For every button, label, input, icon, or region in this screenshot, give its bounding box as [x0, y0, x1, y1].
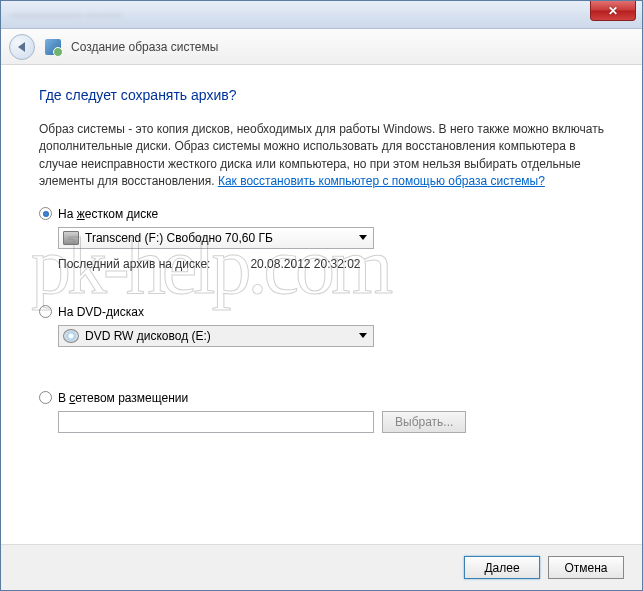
- last-backup-value: 20.08.2012 20:32:02: [250, 257, 360, 271]
- next-button[interactable]: Далее: [464, 556, 540, 579]
- titlebar-text: —————— ———: [11, 8, 122, 22]
- option-hard-disk: На жестком диске Transcend (F:) Свободно…: [39, 207, 604, 271]
- drive-icon: [63, 231, 79, 245]
- radio-row-network[interactable]: В сетевом размещении: [39, 391, 604, 405]
- radio-network[interactable]: [39, 391, 52, 404]
- last-backup-row: Последний архив на диске: 20.08.2012 20:…: [58, 257, 604, 271]
- back-arrow-icon: [18, 42, 25, 52]
- dvd-icon: [63, 329, 79, 343]
- dvd-combo[interactable]: DVD RW дисковод (E:): [58, 325, 374, 347]
- dvd-combo-text: DVD RW дисковод (E:): [85, 329, 359, 343]
- last-backup-label: Последний архив на диске:: [58, 257, 210, 271]
- description-text: Образ системы - это копия дисков, необхо…: [39, 121, 604, 191]
- chevron-down-icon: [359, 333, 367, 338]
- browse-button[interactable]: Выбрать...: [382, 411, 466, 433]
- radio-row-hdd[interactable]: На жестком диске: [39, 207, 604, 221]
- system-image-icon: [45, 39, 61, 55]
- option-dvd: На DVD-дисках DVD RW дисковод (E:): [39, 305, 604, 347]
- network-path-input[interactable]: [58, 411, 374, 433]
- page-heading: Где следует сохранять архив?: [39, 87, 604, 103]
- hdd-combo[interactable]: Transcend (F:) Свободно 70,60 ГБ: [58, 227, 374, 249]
- footer: Далее Отмена: [1, 544, 642, 590]
- radio-hdd[interactable]: [39, 207, 52, 220]
- dialog-window: —————— ——— ✕ Создание образа системы Где…: [0, 0, 643, 591]
- radio-dvd[interactable]: [39, 305, 52, 318]
- wizard-header: Создание образа системы: [1, 29, 642, 65]
- close-button[interactable]: ✕: [590, 1, 636, 21]
- cancel-button[interactable]: Отмена: [548, 556, 624, 579]
- back-button[interactable]: [9, 34, 35, 60]
- network-input-row: Выбрать...: [58, 411, 604, 433]
- wizard-title: Создание образа системы: [71, 40, 218, 54]
- option-network: В сетевом размещении Выбрать...: [39, 391, 604, 433]
- radio-row-dvd[interactable]: На DVD-дисках: [39, 305, 604, 319]
- hdd-combo-text: Transcend (F:) Свободно 70,60 ГБ: [85, 231, 359, 245]
- radio-network-label: В сетевом размещении: [58, 391, 188, 405]
- content-area: Где следует сохранять архив? Образ систе…: [1, 65, 642, 433]
- help-link[interactable]: Как восстановить компьютер с помощью обр…: [218, 174, 545, 188]
- radio-dvd-label: На DVD-дисках: [58, 305, 144, 319]
- chevron-down-icon: [359, 235, 367, 240]
- close-icon: ✕: [608, 4, 618, 18]
- titlebar[interactable]: —————— ——— ✕: [1, 1, 642, 29]
- radio-hdd-label: На жестком диске: [58, 207, 158, 221]
